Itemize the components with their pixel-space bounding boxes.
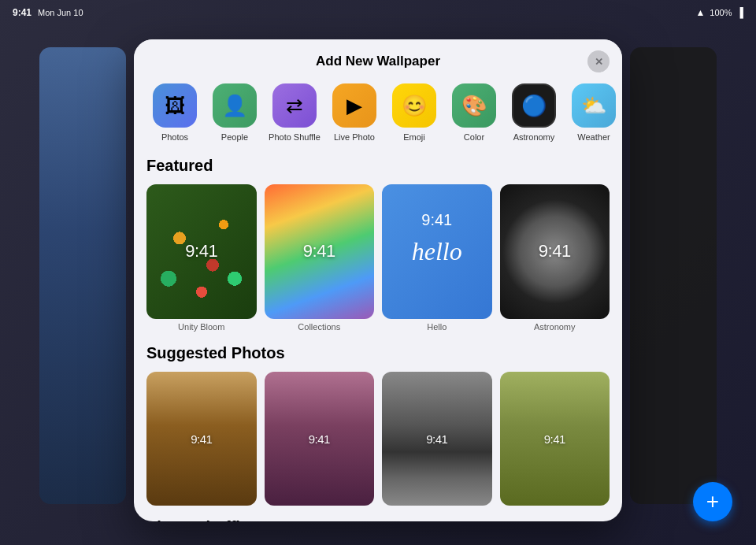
featured-section-title: Featured xyxy=(146,157,610,175)
category-item-people[interactable]: 👤People xyxy=(206,83,263,143)
modal-header: Add New Wallpaper ✕ xyxy=(134,39,622,77)
hello-text: hello xyxy=(412,237,462,266)
battery-label: 100% xyxy=(710,8,732,17)
photo-thumb-p2: 9:41 xyxy=(265,372,375,506)
category-label-emoji: Emoji xyxy=(403,132,425,143)
time-overlay: 9:41 xyxy=(185,241,217,261)
category-icon-shuffle: ⇄ xyxy=(272,83,317,128)
time-overlay: 9:41 xyxy=(303,241,335,261)
modal-scroll-content[interactable]: Featured 9:41Unity Bloom9:41Collectionsh… xyxy=(134,154,622,521)
plus-icon: + xyxy=(706,489,719,514)
category-label-astronomy: Astronomy xyxy=(513,132,555,143)
add-wallpaper-modal: Add New Wallpaper ✕ 🖼Photos👤People⇄Photo… xyxy=(134,39,622,521)
wallpaper-label-collections: Collections xyxy=(265,322,375,332)
category-icon-color: 🎨 xyxy=(452,83,496,128)
status-bar: 9:41 Mon Jun 10 ▲ 100% ▐ xyxy=(0,0,756,25)
featured-item-unity[interactable]: 9:41Unity Bloom xyxy=(146,184,257,332)
wallpaper-label-unity: Unity Bloom xyxy=(146,322,257,332)
status-time: 9:41 xyxy=(13,7,32,18)
close-icon: ✕ xyxy=(595,56,603,68)
photo-thumb-p1: 9:41 xyxy=(146,372,257,506)
suggested-section-title: Suggested Photos xyxy=(146,344,610,362)
wallpaper-label-hello: Hello xyxy=(382,322,492,332)
time-overlay: 9:41 xyxy=(421,211,452,229)
category-item-photos[interactable]: 🖼Photos xyxy=(146,83,203,143)
wallpaper-thumb-hello: hello9:41 xyxy=(382,184,492,319)
suggested-item-p3[interactable]: 9:41 xyxy=(382,372,492,506)
wifi-icon: ▲ xyxy=(695,7,705,18)
category-item-weather[interactable]: ⛅Weather xyxy=(565,83,622,143)
category-bar: 🖼Photos👤People⇄Photo Shuffle▶Live Photo😊… xyxy=(134,77,622,154)
status-right: ▲ 100% ▐ xyxy=(695,7,743,18)
category-label-shuffle: Photo Shuffle xyxy=(269,132,321,143)
category-icon-astronomy: 🔵 xyxy=(512,83,556,128)
right-wallpaper-preview xyxy=(630,47,717,504)
category-label-live: Live Photo xyxy=(334,132,375,143)
category-label-weather: Weather xyxy=(577,132,610,143)
time-overlay: 9:41 xyxy=(191,432,212,445)
featured-grid: 9:41Unity Bloom9:41Collectionshello9:41H… xyxy=(146,184,610,332)
suggested-item-p4[interactable]: 9:41 xyxy=(500,372,610,506)
category-label-photos: Photos xyxy=(161,132,188,143)
shuffle-section-title: Photo Shuffle xyxy=(146,518,610,521)
featured-item-astronomy[interactable]: 9:41Astronomy xyxy=(500,184,610,332)
category-icon-weather: ⛅ xyxy=(572,83,616,128)
category-item-shuffle[interactable]: ⇄Photo Shuffle xyxy=(266,83,323,143)
category-item-color[interactable]: 🎨Color xyxy=(446,83,502,143)
time-overlay: 9:41 xyxy=(426,432,447,445)
category-item-live[interactable]: ▶Live Photo xyxy=(326,83,383,143)
photo-thumb-p4: 9:41 xyxy=(500,372,610,506)
close-button[interactable]: ✕ xyxy=(587,50,610,72)
status-date: Mon Jun 10 xyxy=(38,8,83,17)
time-overlay: 9:41 xyxy=(309,432,330,445)
category-item-astronomy[interactable]: 🔵Astronomy xyxy=(506,83,562,143)
featured-item-collections[interactable]: 9:41Collections xyxy=(265,184,375,332)
photo-thumb-p3: 9:41 xyxy=(382,372,492,506)
modal-title: Add New Wallpaper xyxy=(316,54,440,69)
time-overlay: 9:41 xyxy=(544,432,565,445)
suggested-item-p2[interactable]: 9:41 xyxy=(265,372,375,506)
left-wallpaper-preview xyxy=(39,47,126,504)
category-icon-emoji: 😊 xyxy=(392,83,436,128)
battery-icon: ▐ xyxy=(736,7,743,18)
category-label-color: Color xyxy=(464,132,484,143)
featured-item-hello[interactable]: hello9:41Hello xyxy=(382,184,492,332)
category-icon-live: ▶ xyxy=(332,83,376,128)
category-icon-photos: 🖼 xyxy=(153,83,197,128)
wallpaper-thumb-collections: 9:41 xyxy=(265,184,375,319)
category-item-emoji[interactable]: 😊Emoji xyxy=(386,83,443,143)
time-overlay: 9:41 xyxy=(539,241,571,261)
wallpaper-label-astronomy: Astronomy xyxy=(500,322,610,332)
suggested-photos-grid: 9:419:419:419:41 xyxy=(146,372,610,506)
category-icon-people: 👤 xyxy=(213,83,257,128)
add-wallpaper-button[interactable]: + xyxy=(693,482,732,521)
category-label-people: People xyxy=(221,132,248,143)
wallpaper-thumb-unity: 9:41 xyxy=(146,184,257,319)
wallpaper-thumb-astronomy: 9:41 xyxy=(500,184,610,319)
suggested-item-p1[interactable]: 9:41 xyxy=(146,372,257,506)
